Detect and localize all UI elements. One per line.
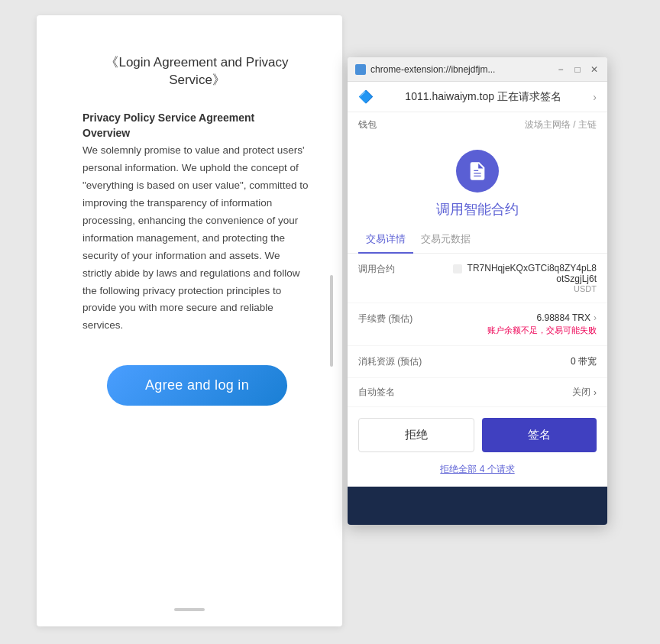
autosign-arrow: ›: [594, 387, 597, 398]
bottom-handle: [174, 608, 205, 611]
fee-arrow[interactable]: ›: [594, 312, 597, 323]
header-title: 1011.haiwaiym.top 正在请求签名: [374, 90, 593, 104]
contract-icon-area: 调用智能合约: [348, 138, 607, 226]
extension-titlebar: chrome-extension://ibnejdfjm... − □ ✕: [348, 57, 607, 82]
close-button[interactable]: ✕: [589, 64, 600, 75]
ext-header: 🔷 1011.haiwaiym.top 正在请求签名 ›: [348, 82, 607, 112]
sign-button[interactable]: 签名: [482, 418, 597, 452]
contract-title: 调用智能合约: [436, 200, 519, 218]
section2-title: Overview: [82, 127, 312, 139]
agree-login-button[interactable]: Agree and log in: [107, 365, 287, 406]
contract-address: TR7NHqjeKQxGTCi8q8ZY4pL8otSzgjLj6t: [451, 263, 597, 284]
tab-transaction-details[interactable]: 交易详情: [358, 226, 413, 254]
wallet-row: 钱包 波场主网络 / 主链: [348, 112, 607, 138]
maximize-button[interactable]: □: [572, 64, 583, 75]
fee-label: 手续费 (预估): [358, 312, 419, 325]
fee-warning: 账户余额不足，交易可能失败: [487, 325, 597, 336]
contract-svg-icon: [467, 160, 488, 182]
ext-window-controls: − □ ✕: [555, 64, 600, 75]
resource-value: 0 带宽: [571, 355, 597, 368]
autosign-toggle[interactable]: 关闭 ›: [572, 386, 597, 399]
ext-action-buttons: 拒绝 签名: [348, 407, 607, 463]
reject-button[interactable]: 拒绝: [358, 418, 474, 452]
extension-popup: chrome-extension://ibnejdfjm... − □ ✕ 🔷 …: [348, 57, 607, 525]
detail-row-fee: 手续费 (预估) 6.98884 TRX › 账户余额不足，交易可能失败: [348, 303, 607, 346]
wallet-label: 钱包: [358, 118, 377, 131]
ext-bottom-bar: [348, 487, 607, 525]
header-arrow[interactable]: ›: [593, 91, 597, 103]
autosign-label: 自动签名: [358, 386, 419, 399]
agreement-title: 《Login Agreement and Privacy Service》: [82, 53, 312, 89]
minimize-button[interactable]: −: [555, 64, 566, 75]
section1-title: Privacy Policy Service Agreement: [82, 112, 312, 124]
ext-url: chrome-extension://ibnejdfjm...: [370, 64, 549, 75]
autosign-value: 关闭: [572, 386, 590, 399]
tab-transaction-metadata[interactable]: 交易元数据: [413, 226, 478, 254]
hash-icon: [453, 264, 462, 273]
resource-label: 消耗资源 (预估): [358, 355, 422, 368]
detail-row-resource: 消耗资源 (预估) 0 带宽: [348, 346, 607, 378]
reject-all-link[interactable]: 拒绝全部 4 个请求: [348, 463, 607, 487]
contract-token: USDT: [451, 284, 597, 293]
fee-value: 6.98884 TRX: [537, 312, 591, 323]
ext-favicon-icon: [355, 64, 366, 75]
ext-tabs: 交易详情 交易元数据: [348, 226, 607, 254]
left-panel: 《Login Agreement and Privacy Service》 Pr…: [37, 15, 342, 626]
wallet-type: 波场主网络 / 主链: [525, 118, 597, 131]
scroll-indicator: [330, 275, 333, 367]
header-icon: 🔷: [358, 89, 374, 104]
contract-icon: [456, 150, 499, 193]
detail-row-autosign: 自动签名 关闭 ›: [348, 378, 607, 407]
agreement-body: We solemnly promise to value and protect…: [82, 142, 312, 335]
detail-row-contract: 调用合约 TR7NHqjeKQxGTCi8q8ZY4pL8otSzgjLj6t …: [348, 254, 607, 303]
contract-label: 调用合约: [358, 263, 419, 276]
